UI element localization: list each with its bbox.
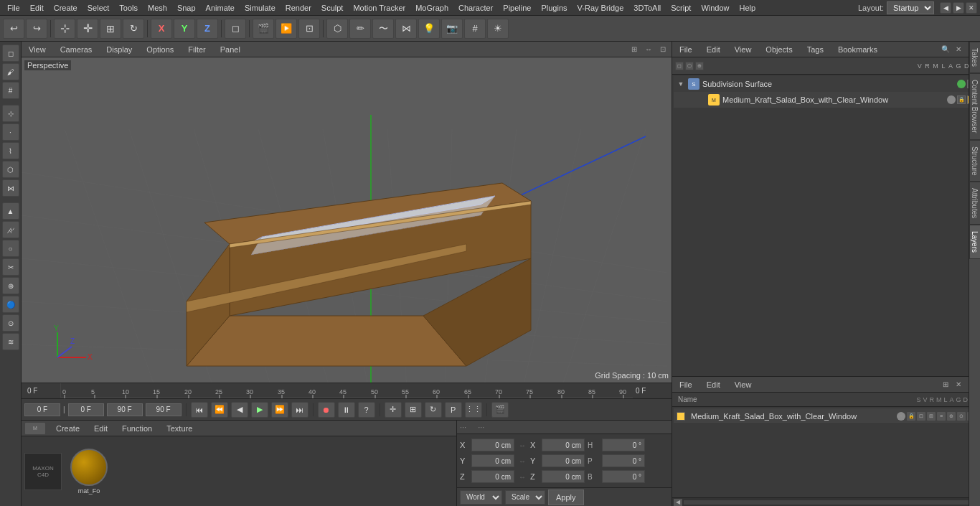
prev-frame-btn[interactable]: ⏪ <box>211 402 228 418</box>
viewport[interactable]: Perspective X Y Z Grid Spacing : 10 cm <box>22 57 672 383</box>
coord-x-input[interactable] <box>471 439 514 451</box>
viewport-icon-1[interactable]: ⊞ <box>628 44 640 55</box>
attr-icon-2[interactable]: ✕ <box>953 379 964 390</box>
grid-key-btn[interactable]: ⋮⋮ <box>465 402 482 418</box>
tool-select-btn[interactable]: ⊹ <box>2 105 19 122</box>
display-btn[interactable]: ☀ <box>487 19 509 39</box>
coord-z-input[interactable] <box>471 470 514 483</box>
select-tool-btn[interactable]: ⊹ <box>54 19 75 39</box>
tab-structure[interactable]: Structure <box>969 140 980 182</box>
z-axis-btn[interactable]: Z <box>197 19 218 39</box>
object-mode-btn[interactable]: ◻ <box>225 19 246 39</box>
tab-attributes[interactable]: Attributes <box>969 182 980 225</box>
tool-edge-btn[interactable]: ⌇ <box>2 142 19 159</box>
attr-icon-mat5[interactable]: ⊙ <box>957 412 966 421</box>
obj-item-subdivision[interactable]: ▼ S Subdivision Surface ✓ <box>674 76 979 92</box>
layout-back-btn[interactable]: ◀ <box>940 2 951 14</box>
obj-mesh-lock[interactable]: 🔒 <box>957 95 966 104</box>
attr-menu-view[interactable]: View <box>730 379 756 390</box>
undo-button[interactable]: ↩ <box>3 19 24 39</box>
menu-mesh[interactable]: Mesh <box>143 2 171 14</box>
param-key-btn[interactable]: P <box>445 402 462 418</box>
viewport-menu-filter[interactable]: Filter <box>184 44 209 55</box>
render-preview-btn[interactable]: 🎬 <box>491 402 509 418</box>
menu-script[interactable]: Script <box>666 2 695 14</box>
attr-icon-mat3[interactable]: ≡ <box>937 412 946 421</box>
obj-toolbar-icon-2[interactable]: ⬡ <box>685 62 694 70</box>
obj-icon-m[interactable]: M <box>933 62 938 70</box>
material-item-0[interactable]: mat_Fo <box>70 449 108 495</box>
coord-y-input[interactable] <box>471 454 514 467</box>
menu-edit[interactable]: Edit <box>26 2 48 14</box>
render-frame-btn[interactable]: 🎬 <box>253 19 274 39</box>
coord-b-input[interactable] <box>602 470 645 483</box>
viewport-menu-display[interactable]: Display <box>102 44 136 55</box>
obj-toolbar-icon-1[interactable]: ◻ <box>675 62 684 70</box>
viewport-icon-3[interactable]: ⊡ <box>657 44 669 55</box>
obj-menu-tags[interactable]: Tags <box>803 44 828 55</box>
rotate-tool-btn[interactable]: ↻ <box>123 19 144 39</box>
grid-btn[interactable]: # <box>464 19 486 39</box>
start-frame-input[interactable] <box>24 403 60 416</box>
move-tool-btn[interactable]: ✛ <box>77 19 98 39</box>
scale-key-btn[interactable]: ⊞ <box>405 402 422 418</box>
obj-toolbar-icon-3[interactable]: ⊕ <box>695 62 704 70</box>
tool-loop-btn[interactable]: ○ <box>2 240 19 257</box>
menu-tools[interactable]: Tools <box>115 2 142 14</box>
tool-deform-btn[interactable]: ⋈ <box>2 179 19 197</box>
tool-magnet-btn[interactable]: 🔵 <box>2 296 19 313</box>
light-btn[interactable]: 💡 <box>418 19 440 39</box>
obj-search-icon[interactable]: 🔍 <box>940 44 951 55</box>
attr-item-mesh[interactable]: Medium_Kraft_Salad_Box_with_Clear_Window… <box>674 408 979 424</box>
layout-forward-btn[interactable]: ▶ <box>953 2 964 14</box>
attr-menu-edit[interactable]: Edit <box>702 379 725 390</box>
viewport-icon-2[interactable]: ↔ <box>643 44 654 55</box>
obj-icon-g[interactable]: G <box>956 62 961 70</box>
redo-button[interactable]: ↪ <box>26 19 47 39</box>
menu-character[interactable]: Character <box>454 2 497 14</box>
tab-takes[interactable]: Takes <box>969 42 980 73</box>
end-frame-input[interactable] <box>107 403 143 416</box>
menu-motion-tracker[interactable]: Motion Tracker <box>349 2 410 14</box>
menu-vray[interactable]: V-Ray Bridge <box>573 2 628 14</box>
obj-menu-view[interactable]: View <box>730 44 756 55</box>
obj-icon-a[interactable]: A <box>948 62 953 70</box>
spline-btn[interactable]: 〜 <box>372 19 394 39</box>
material-menu-edit[interactable]: Edit <box>90 423 112 434</box>
deform-btn[interactable]: ⋈ <box>395 19 417 39</box>
x-axis-btn[interactable]: X <box>151 19 172 39</box>
scroll-left-arrow[interactable]: ◀ <box>674 499 682 506</box>
attr-icon-mat2[interactable]: ⊞ <box>927 412 936 421</box>
menu-simulate[interactable]: Simulate <box>240 2 280 14</box>
menu-window[interactable]: Window <box>697 2 733 14</box>
menu-help[interactable]: Help <box>735 2 760 14</box>
tool-poly-btn[interactable]: ⬡ <box>2 161 19 178</box>
scale-tool-btn[interactable]: ⊞ <box>100 19 121 39</box>
menu-create[interactable]: Create <box>50 2 82 14</box>
material-menu-texture[interactable]: Texture <box>162 423 197 434</box>
render-region-btn[interactable]: ⊡ <box>298 19 320 39</box>
y-axis-btn[interactable]: Y <box>174 19 195 39</box>
menu-animate[interactable]: Animate <box>202 2 239 14</box>
obj-menu-bookmarks[interactable]: Bookmarks <box>834 44 882 55</box>
tool-knife-btn[interactable]: ✂ <box>2 258 19 276</box>
obj-mesh-visible-dot[interactable] <box>947 95 956 104</box>
tool-paint-btn[interactable]: 🖌 <box>2 63 19 80</box>
obj-menu-file[interactable]: File <box>675 44 697 55</box>
coord-x2-input[interactable] <box>542 439 585 451</box>
attr-icon-mat1[interactable]: ⊡ <box>917 412 925 421</box>
tool-point-btn[interactable]: · <box>2 123 19 141</box>
coord-h-input[interactable] <box>602 439 645 451</box>
obj-visible-dot[interactable] <box>957 80 966 88</box>
obj-close-icon[interactable]: ✕ <box>953 44 964 55</box>
layout-close-btn[interactable]: ✕ <box>966 2 977 14</box>
layout-dropdown[interactable]: Startup <box>887 1 934 14</box>
menu-render[interactable]: Render <box>281 2 316 14</box>
play-btn[interactable]: ▶ <box>251 402 268 418</box>
viewport-menu-options[interactable]: Options <box>142 44 178 55</box>
material-menu-function[interactable]: Function <box>118 423 156 434</box>
obj-item-mesh[interactable]: M Medium_Kraft_Salad_Box_with_Clear_Wind… <box>674 92 979 108</box>
menu-file[interactable]: File <box>3 2 24 14</box>
menu-snap[interactable]: Snap <box>173 2 200 14</box>
rotate-key-btn[interactable]: ↻ <box>425 402 442 418</box>
